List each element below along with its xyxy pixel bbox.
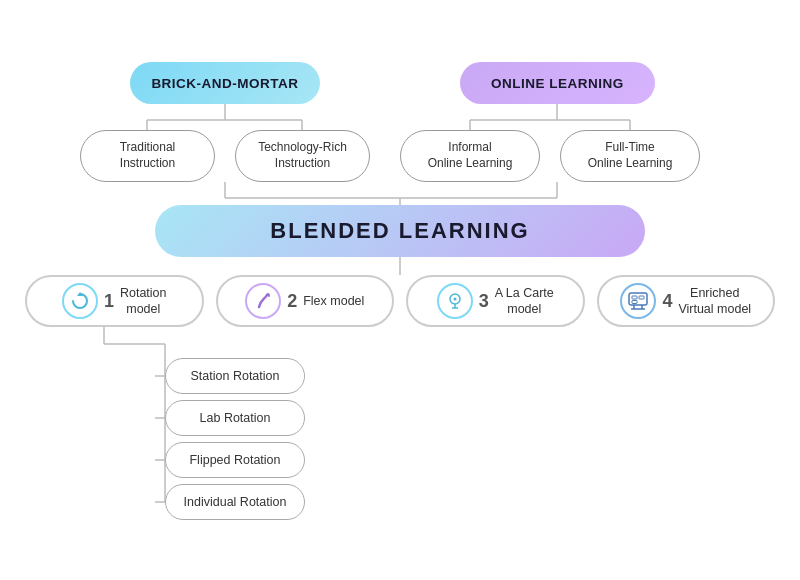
station-rotation-node: Station Rotation bbox=[165, 358, 305, 394]
svg-rect-30 bbox=[632, 301, 637, 304]
blended-learning-node: BLENDED LEARNING bbox=[155, 205, 645, 257]
tech-instruction-node: Technology-Rich Instruction bbox=[235, 130, 370, 182]
fulltime-online-node: Full-Time Online Learning bbox=[560, 130, 700, 182]
flex-icon bbox=[245, 283, 281, 319]
traditional-instruction-node: Traditional Instruction bbox=[80, 130, 215, 182]
lab-rotation-node: Lab Rotation bbox=[165, 400, 305, 436]
online-learning-node: ONLINE LEARNING bbox=[460, 62, 655, 104]
informal-online-node: Informal Online Learning bbox=[400, 130, 540, 182]
carte-model-node: 3 A La Carte model bbox=[406, 275, 585, 327]
svg-rect-28 bbox=[632, 296, 637, 299]
diagram: BRICK-AND-MORTAR ONLINE LEARNING Traditi… bbox=[0, 0, 800, 580]
brick-and-mortar-node: BRICK-AND-MORTAR bbox=[130, 62, 320, 104]
rotation-icon bbox=[62, 283, 98, 319]
flex-model-node: 2 Flex model bbox=[216, 275, 395, 327]
virtual-model-node: 4 Enriched Virtual model bbox=[597, 275, 776, 327]
svg-point-26 bbox=[453, 298, 456, 301]
rotation-model-node: 1 Rotation model bbox=[25, 275, 204, 327]
svg-rect-29 bbox=[639, 296, 644, 299]
flipped-rotation-node: Flipped Rotation bbox=[165, 442, 305, 478]
individual-rotation-node: Individual Rotation bbox=[165, 484, 305, 520]
virtual-icon bbox=[620, 283, 656, 319]
carte-icon bbox=[437, 283, 473, 319]
model-row: 1 Rotation model 2 Flex model bbox=[25, 275, 775, 327]
